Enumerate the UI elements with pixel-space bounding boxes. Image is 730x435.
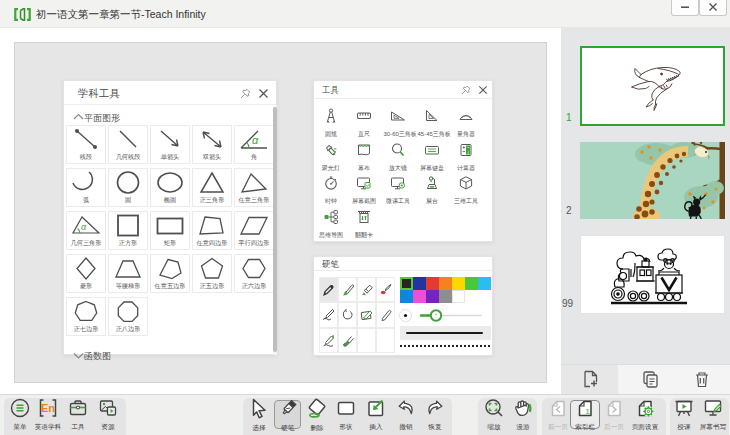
svg-text:1: 1 bbox=[585, 407, 589, 416]
svg-text:En: En bbox=[41, 402, 55, 414]
svg-text:α: α bbox=[252, 134, 259, 146]
svg-text:α: α bbox=[81, 222, 87, 232]
